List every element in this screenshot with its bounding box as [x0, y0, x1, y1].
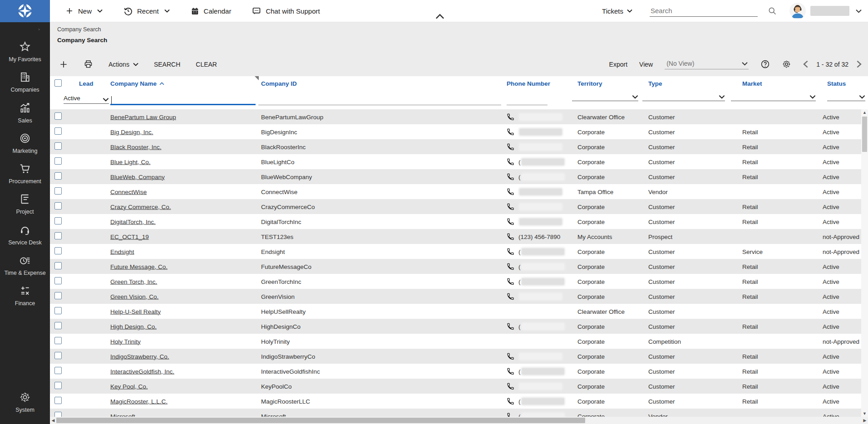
help-icon[interactable]: [760, 59, 770, 69]
scroll-down-icon[interactable]: ▼: [863, 410, 867, 417]
row-checkbox[interactable]: [54, 262, 62, 269]
column-resize-marker[interactable]: [255, 76, 259, 80]
row-checkbox[interactable]: [54, 352, 62, 359]
row-checkbox[interactable]: [54, 247, 62, 254]
row-checkbox[interactable]: [54, 157, 62, 165]
row-checkbox[interactable]: [54, 397, 62, 404]
chat-support-button[interactable]: Chat with Support: [252, 6, 320, 15]
sidebar-item-finance[interactable]: Finance: [0, 281, 50, 311]
row-checkbox[interactable]: [54, 112, 62, 120]
column-header-company-id[interactable]: Company ID: [261, 80, 297, 87]
clear-button[interactable]: CLEAR: [196, 61, 217, 68]
collapse-header-icon[interactable]: [435, 14, 445, 19]
lead-filter-select[interactable]: Active: [64, 95, 109, 104]
sidebar-item-system[interactable]: System: [0, 387, 50, 418]
company-name-link[interactable]: High Design, Co.: [110, 323, 157, 330]
scroll-left-icon[interactable]: ◀: [50, 418, 56, 423]
market-filter-select[interactable]: [731, 95, 816, 101]
row-checkbox[interactable]: [54, 127, 62, 135]
view-select[interactable]: (No View): [665, 59, 749, 69]
vertical-scroll-thumb[interactable]: [862, 117, 867, 152]
company-name-link[interactable]: BlueWeb, Company: [110, 173, 165, 180]
column-header-status[interactable]: Status: [827, 80, 846, 87]
company-name-link[interactable]: EC_OCT1_19: [110, 233, 149, 240]
account-chevron-down-icon[interactable]: [856, 9, 862, 13]
company-name-link[interactable]: Endsight: [110, 248, 134, 255]
company-name-link[interactable]: Help-U-Sell Realty: [110, 308, 161, 315]
sidebar-item-project[interactable]: Project: [0, 189, 50, 219]
horizontal-scroll-thumb[interactable]: [56, 418, 585, 423]
row-checkbox[interactable]: [54, 172, 62, 180]
search-input[interactable]: [650, 5, 758, 17]
company-name-link[interactable]: Green Torch, Inc.: [110, 278, 157, 285]
company-name-link[interactable]: Black Rooster, Inc.: [110, 143, 162, 150]
sidebar-item-time-expense[interactable]: Time & Expense: [0, 250, 50, 281]
actions-menu[interactable]: Actions: [108, 61, 138, 68]
status-filter-select[interactable]: [827, 95, 865, 101]
company-name-link[interactable]: IndigoStrawberry, Co.: [110, 353, 169, 360]
row-checkbox[interactable]: [54, 202, 62, 210]
horizontal-scrollbar[interactable]: ◀ ▶: [50, 417, 868, 424]
company-name-link[interactable]: MagicRooster, L.L.C.: [110, 398, 168, 405]
company-name-link[interactable]: Big Design, Inc.: [110, 128, 153, 135]
search-button[interactable]: SEARCH: [154, 61, 180, 68]
row-checkbox[interactable]: [54, 382, 62, 389]
breadcrumb[interactable]: Company Search: [57, 26, 868, 33]
column-header-company-name[interactable]: Company Name: [110, 80, 164, 87]
sidebar-item-service-desk[interactable]: Service Desk: [0, 220, 50, 250]
next-page-icon[interactable]: [857, 60, 862, 68]
phone-filter-input[interactable]: [507, 95, 547, 105]
column-header-phone[interactable]: Phone Number: [507, 80, 550, 87]
print-icon[interactable]: [84, 59, 93, 69]
scroll-up-icon[interactable]: ▲: [863, 109, 867, 116]
row-checkbox[interactable]: [54, 322, 62, 329]
company-id-filter-input[interactable]: [258, 95, 501, 105]
column-header-territory[interactable]: Territory: [577, 80, 602, 87]
recent-menu[interactable]: Recent: [123, 6, 170, 15]
sidebar-item-sales[interactable]: Sales: [0, 98, 50, 128]
territory-filter-select[interactable]: [572, 95, 638, 101]
row-checkbox[interactable]: [54, 277, 62, 284]
row-checkbox[interactable]: [54, 337, 62, 344]
column-header-market[interactable]: Market: [742, 80, 762, 87]
row-checkbox[interactable]: [54, 367, 62, 374]
row-checkbox[interactable]: [54, 307, 62, 314]
company-name-link[interactable]: BenePartum Law Group: [110, 113, 176, 120]
company-name-link[interactable]: Holy Trinity: [110, 338, 141, 345]
company-name-link[interactable]: Blue Light, Co.: [110, 158, 151, 165]
add-company-button[interactable]: [59, 60, 68, 69]
connectwise-logo[interactable]: [0, 0, 50, 22]
column-header-lead[interactable]: Lead: [79, 80, 94, 87]
scroll-right-icon[interactable]: ▶: [862, 418, 868, 423]
company-name-link[interactable]: DigitalTorch, Inc.: [110, 218, 156, 225]
row-checkbox[interactable]: [54, 187, 62, 195]
tickets-menu[interactable]: Tickets: [602, 7, 632, 15]
company-name-link[interactable]: Crazy Commerce, Co.: [110, 203, 171, 210]
row-checkbox[interactable]: [54, 292, 62, 299]
column-header-type[interactable]: Type: [648, 80, 662, 87]
company-name-link[interactable]: Future Message, Co.: [110, 263, 168, 270]
type-filter-select[interactable]: [642, 95, 725, 101]
search-icon[interactable]: [768, 6, 777, 15]
row-checkbox[interactable]: [54, 142, 62, 150]
company-name-link[interactable]: Key Pool, Co.: [110, 383, 148, 390]
vertical-scrollbar[interactable]: ▲ ▼: [861, 109, 868, 417]
export-button[interactable]: Export: [609, 61, 627, 68]
expand-sidebar-icon[interactable]: [36, 25, 50, 37]
sidebar-item-companies[interactable]: Companies: [0, 67, 50, 97]
row-checkbox[interactable]: [54, 217, 62, 224]
sidebar-item-procurement[interactable]: Procurement: [0, 159, 50, 189]
company-name-link[interactable]: InteractiveGoldfish, Inc.: [110, 368, 174, 375]
calendar-button[interactable]: Calendar: [191, 7, 232, 15]
company-name-link[interactable]: ConnectWise: [110, 188, 147, 195]
previous-page-icon[interactable]: [803, 60, 808, 68]
company-name-link[interactable]: Green Vision, Co.: [110, 293, 158, 300]
row-checkbox[interactable]: [54, 232, 62, 239]
company-name-filter-input[interactable]: [110, 95, 256, 105]
sidebar-item-marketing[interactable]: Marketing: [0, 128, 50, 159]
sidebar-item-my-favorites[interactable]: My Favorites: [0, 37, 50, 67]
settings-gear-icon[interactable]: [782, 59, 791, 69]
user-avatar[interactable]: [789, 3, 806, 19]
select-all-checkbox[interactable]: [54, 79, 62, 87]
new-menu[interactable]: New: [65, 7, 103, 15]
